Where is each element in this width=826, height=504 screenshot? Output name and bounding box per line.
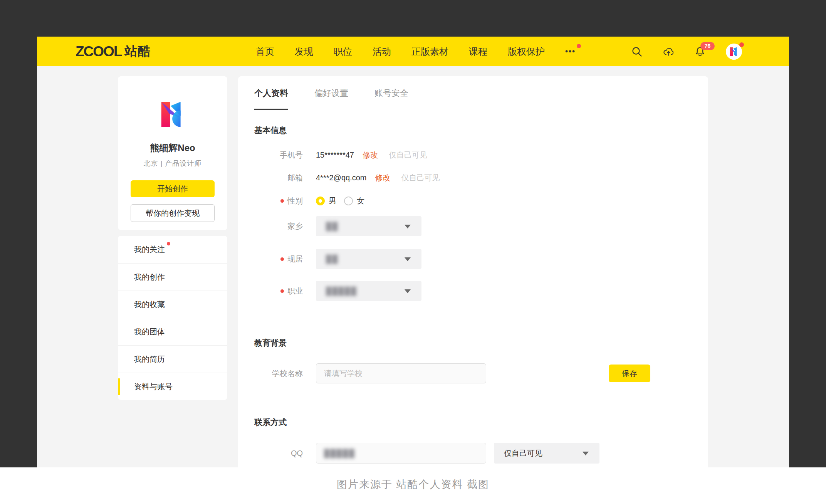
phone-visibility-note: 仅自己可见 <box>389 150 427 160</box>
chevron-down-icon <box>405 225 411 228</box>
profile-avatar[interactable] <box>156 98 189 131</box>
sidebar-item-profile-account[interactable]: 资料与账号 <box>118 373 227 400</box>
chevron-down-icon <box>405 289 411 293</box>
settings-tabs: 个人资料 偏好设置 账号安全 <box>238 76 708 110</box>
logo-text-en: ZCOOL <box>76 44 121 60</box>
sidebar-menu: 我的关注 我的创作 我的收藏 我的团体 我的简历 资料与账号 <box>118 236 227 400</box>
profile-name: 熊细辉Neo <box>118 142 227 154</box>
email-row: 邮箱 4***2@qq.com 修改 仅自己可见 <box>254 172 692 183</box>
residence-select[interactable]: ██ <box>316 249 421 269</box>
residence-label: 现居 <box>254 254 303 264</box>
nav-item-courses[interactable]: 课程 <box>469 45 487 58</box>
chevron-down-icon <box>405 257 411 261</box>
education-section: 教育背景 学校名称 保存 <box>238 322 708 402</box>
qq-input[interactable]: █████ <box>316 443 486 464</box>
content-area: 熊细辉Neo 北京 | 产品设计师 开始创作 帮你的创作变现 我的关注 我的创作… <box>37 66 789 467</box>
occupation-select[interactable]: █████ <box>316 281 421 301</box>
school-row: 学校名称 保存 <box>254 363 692 383</box>
caption-strip: 图片来源于 站酷个人资料 截图 <box>0 467 826 504</box>
following-alert-dot <box>167 242 170 245</box>
radio-unselected-icon <box>344 197 353 205</box>
sidebar-item-following[interactable]: 我的关注 <box>118 236 227 263</box>
basic-info-section: 基本信息 手机号 15*******47 修改 仅自己可见 邮箱 4***2@q… <box>238 110 708 322</box>
radio-selected-icon <box>316 197 325 205</box>
hometown-redacted-value: ██ <box>326 222 338 231</box>
occupation-row: 职业 █████ <box>254 281 692 301</box>
sidebar-item-collections[interactable]: 我的收藏 <box>118 291 227 318</box>
image-source-caption: 图片来源于 站酷个人资料 截图 <box>337 477 489 504</box>
phone-label: 手机号 <box>254 150 303 160</box>
required-dot <box>280 289 284 293</box>
nav-item-activities[interactable]: 活动 <box>373 45 391 58</box>
qq-label: QQ <box>254 449 303 458</box>
nav-item-home[interactable]: 首页 <box>256 45 274 58</box>
user-avatar[interactable] <box>726 44 742 60</box>
gender-radio-group: 男 女 <box>316 196 364 206</box>
email-edit-link[interactable]: 修改 <box>375 173 390 183</box>
start-creating-button[interactable]: 开始创作 <box>131 180 215 197</box>
gender-label: 性别 <box>254 196 303 206</box>
logo-text-cn: 站酷 <box>124 43 151 60</box>
nav-item-jobs[interactable]: 职位 <box>334 45 352 58</box>
nav-item-discover[interactable]: 发现 <box>295 45 313 58</box>
school-input[interactable] <box>316 363 486 383</box>
hometown-row: 家乡 ██ <box>254 216 692 236</box>
qq-redacted-value: █████ <box>324 449 355 458</box>
chevron-down-icon <box>583 452 589 455</box>
section-title-contact: 联系方式 <box>254 417 692 428</box>
header-actions: 76 <box>631 37 742 66</box>
section-title-education: 教育背景 <box>254 338 692 348</box>
tab-personal-info[interactable]: 个人资料 <box>254 76 288 110</box>
tab-preferences[interactable]: 偏好设置 <box>314 76 348 110</box>
gender-option-female[interactable]: 女 <box>344 196 364 206</box>
phone-value: 15*******47 <box>316 151 354 160</box>
required-dot <box>280 257 284 261</box>
top-navbar: ZCOOL 站酷 首页 发现 职位 活动 正版素材 课程 版权保护 ••• <box>37 37 789 66</box>
profile-meta: 北京 | 产品设计师 <box>118 159 227 168</box>
main-nav: 首页 发现 职位 活动 正版素材 课程 版权保护 ••• <box>256 37 576 66</box>
qq-row: QQ █████ 仅自己可见 <box>254 443 692 464</box>
sidebar-item-resume[interactable]: 我的简历 <box>118 345 227 373</box>
tab-account-security[interactable]: 账号安全 <box>374 76 408 110</box>
notification-dot <box>577 44 581 48</box>
hometown-select[interactable]: ██ <box>316 216 421 236</box>
notification-badge: 76 <box>700 42 715 50</box>
gender-option-male[interactable]: 男 <box>316 196 336 206</box>
section-title-basic: 基本信息 <box>254 125 692 136</box>
more-dots-icon: ••• <box>565 47 576 55</box>
email-visibility-note: 仅自己可见 <box>401 173 440 183</box>
school-label: 学校名称 <box>254 368 303 379</box>
sidebar-item-groups[interactable]: 我的团体 <box>118 318 227 345</box>
save-button[interactable]: 保存 <box>609 365 650 382</box>
required-dot <box>280 199 284 203</box>
residence-redacted-value: ██ <box>326 255 338 264</box>
email-label: 邮箱 <box>254 173 303 183</box>
avatar-alert-dot <box>739 42 744 47</box>
settings-panel: 个人资料 偏好设置 账号安全 基本信息 手机号 15*******47 修改 仅… <box>238 76 708 467</box>
contact-section: 联系方式 QQ █████ 仅自己可见 <box>238 402 708 467</box>
bell-icon[interactable]: 76 <box>694 46 706 57</box>
nav-item-licensed-assets[interactable]: 正版素材 <box>411 45 448 58</box>
email-value: 4***2@qq.com <box>316 173 366 182</box>
phone-row: 手机号 15*******47 修改 仅自己可见 <box>254 149 692 161</box>
search-icon[interactable] <box>631 46 643 57</box>
occupation-label: 职业 <box>254 286 303 296</box>
upload-icon[interactable] <box>663 46 674 57</box>
sidebar-item-creations[interactable]: 我的创作 <box>118 263 227 291</box>
zcool-logo[interactable]: ZCOOL 站酷 <box>76 37 151 66</box>
phone-edit-link[interactable]: 修改 <box>363 150 378 160</box>
nav-item-copyright[interactable]: 版权保护 <box>508 45 545 58</box>
profile-card: 熊细辉Neo 北京 | 产品设计师 开始创作 帮你的创作变现 <box>118 76 227 230</box>
hometown-label: 家乡 <box>254 221 303 232</box>
occupation-redacted-value: █████ <box>326 287 357 296</box>
nav-item-more[interactable]: ••• <box>565 47 576 56</box>
gender-row: 性别 男 女 <box>254 195 692 207</box>
monetize-button[interactable]: 帮你的创作变现 <box>131 204 215 222</box>
zcool-page: ZCOOL 站酷 首页 发现 职位 活动 正版素材 课程 版权保护 ••• <box>37 37 789 467</box>
qq-visibility-select[interactable]: 仅自己可见 <box>494 443 599 464</box>
residence-row: 现居 ██ <box>254 249 692 269</box>
